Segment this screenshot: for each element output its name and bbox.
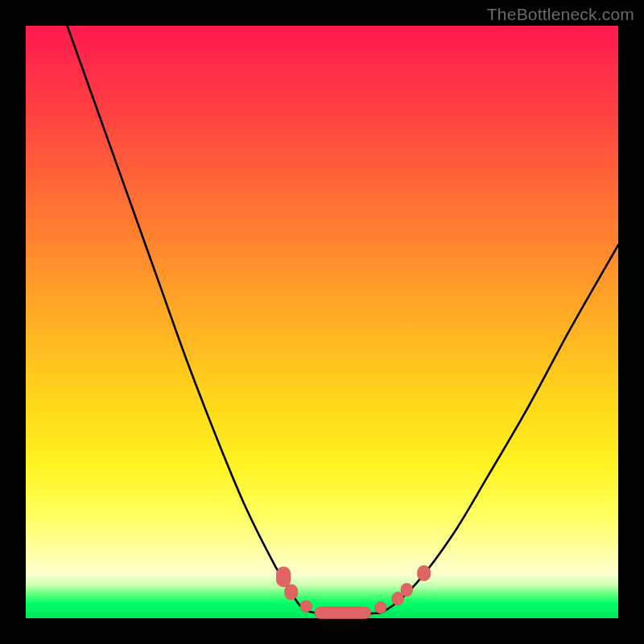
bottleneck-marker [285, 584, 298, 600]
outer-frame: TheBottleneck.com [0, 0, 644, 644]
curve-line [68, 26, 619, 615]
plot-area [26, 26, 618, 618]
bottleneck-marker [300, 601, 312, 613]
watermark-text: TheBottleneck.com [487, 5, 634, 24]
bottleneck-curve [68, 26, 619, 615]
bottleneck-marker [276, 567, 291, 587]
chart-svg [26, 26, 618, 618]
bottleneck-marker [315, 607, 371, 619]
bottleneck-marker [401, 584, 413, 597]
bottleneck-marker [375, 601, 387, 613]
bottleneck-marker [418, 566, 431, 581]
bottleneck-markers [276, 566, 430, 619]
